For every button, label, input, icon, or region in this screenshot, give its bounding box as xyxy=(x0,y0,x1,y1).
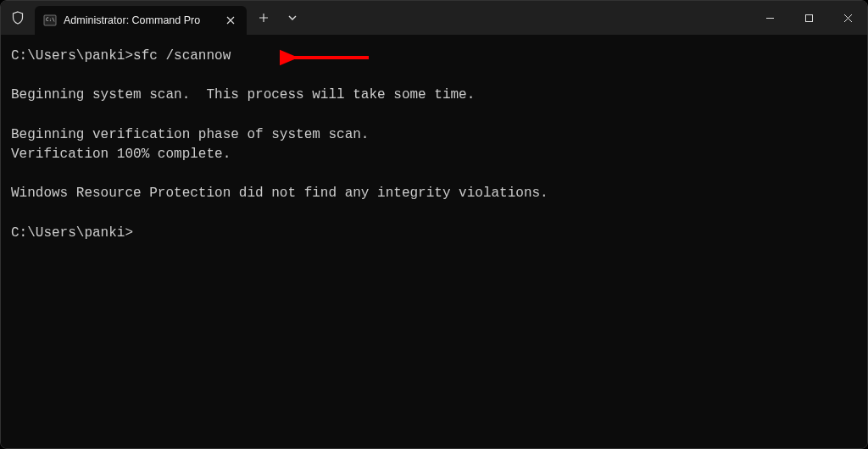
terminal-line: C:\Users\panki>sfc /scannow xyxy=(11,47,857,66)
titlebar[interactable]: C:\ Administrator: Command Pro xyxy=(1,1,867,35)
tab-title: Administrator: Command Pro xyxy=(64,14,216,26)
terminal-output[interactable]: C:\Users\panki>sfc /scannowBeginning sys… xyxy=(1,35,867,448)
svg-rect-2 xyxy=(805,14,812,21)
terminal-line xyxy=(11,66,857,86)
shield-icon xyxy=(1,1,35,35)
terminal-line: Beginning verification phase of system s… xyxy=(11,125,857,145)
tab-dropdown-button[interactable] xyxy=(279,4,306,31)
maximize-button[interactable] xyxy=(789,1,828,35)
close-window-button[interactable] xyxy=(828,1,867,35)
terminal-line xyxy=(11,164,857,184)
terminal-window: C:\ Administrator: Command Pro xyxy=(0,0,868,449)
svg-text:C:\: C:\ xyxy=(46,16,55,22)
command-text: sfc /scannow xyxy=(133,48,231,64)
terminal-line xyxy=(11,204,857,224)
cmd-icon: C:\ xyxy=(43,14,57,27)
terminal-line: Windows Resource Protection did not find… xyxy=(11,184,857,203)
prompt: C:\Users\panki> xyxy=(11,225,133,241)
tab-actions xyxy=(250,1,306,35)
new-tab-button[interactable] xyxy=(250,4,277,31)
terminal-line: C:\Users\panki> xyxy=(11,224,857,243)
terminal-line: Beginning system scan. This process will… xyxy=(11,86,857,105)
prompt: C:\Users\panki> xyxy=(11,48,133,64)
terminal-line: Verification 100% complete. xyxy=(11,145,857,164)
titlebar-left: C:\ Administrator: Command Pro xyxy=(1,1,306,35)
minimize-button[interactable] xyxy=(750,1,789,35)
active-tab[interactable]: C:\ Administrator: Command Pro xyxy=(35,6,247,35)
terminal-line xyxy=(11,106,857,125)
window-controls xyxy=(750,1,867,35)
tab-close-button[interactable] xyxy=(223,13,238,28)
